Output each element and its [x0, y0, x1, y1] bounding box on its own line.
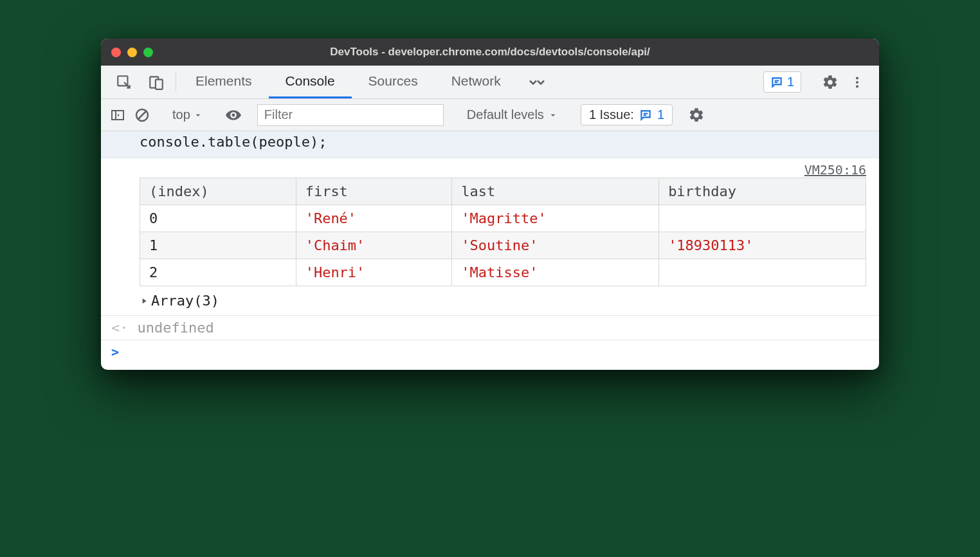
message-icon [639, 109, 652, 122]
table-cell: 1 [140, 232, 296, 259]
tab-label: Sources [368, 73, 418, 89]
tab-label: Elements [195, 73, 252, 89]
device-toolbar-icon[interactable] [146, 72, 167, 93]
svg-point-3 [856, 77, 858, 79]
chevron-right-icon: > [111, 344, 119, 360]
titlebar: DevTools - developer.chrome.com/docs/dev… [101, 39, 879, 66]
svg-point-8 [231, 113, 235, 116]
table-cell [659, 259, 866, 286]
window-title: DevTools - developer.chrome.com/docs/dev… [101, 46, 879, 59]
table-cell: 'René' [296, 205, 452, 232]
tabs-bar: Elements Console Sources Network 1 [101, 66, 879, 99]
table-cell: 'Chaim' [296, 232, 452, 259]
table-cell: '18930113' [659, 232, 866, 259]
table-header[interactable]: last [452, 178, 659, 205]
tab-sources[interactable]: Sources [352, 66, 435, 98]
console-prompt[interactable]: > [101, 340, 879, 370]
svg-point-5 [856, 85, 858, 87]
table-cell [659, 205, 866, 232]
table-cell: 'Henri' [296, 259, 452, 286]
table-header[interactable]: birthday [659, 178, 866, 205]
traffic-lights [111, 48, 153, 57]
issues-button[interactable]: 1 Issue: 1 [581, 104, 673, 125]
issues-label: 1 Issue: [589, 107, 634, 122]
settings-icon[interactable] [820, 72, 840, 93]
live-expression-icon[interactable] [223, 105, 244, 125]
return-value: undefined [138, 320, 214, 336]
maximize-window-button[interactable] [143, 48, 153, 57]
message-icon [770, 76, 783, 89]
array-expand-toggle[interactable]: Array(3) [101, 290, 879, 315]
filter-input[interactable] [257, 104, 444, 126]
table-header[interactable]: (index) [140, 178, 296, 205]
table-header[interactable]: first [296, 178, 452, 205]
tab-label: Network [451, 73, 501, 89]
minimize-window-button[interactable] [127, 48, 137, 57]
issues-count: 1 [657, 107, 664, 122]
chevron-down-icon [548, 110, 558, 120]
devtools-window: DevTools - developer.chrome.com/docs/dev… [101, 39, 879, 370]
console-input-echo: console.table(people); [101, 131, 879, 158]
toggle-sidebar-icon[interactable] [107, 105, 128, 125]
table-cell: 0 [140, 205, 296, 232]
svg-point-4 [856, 80, 858, 83]
tab-elements[interactable]: Elements [179, 66, 269, 98]
tab-label: Console [286, 73, 335, 89]
kebab-menu-icon[interactable] [847, 72, 867, 93]
tab-console[interactable]: Console [269, 66, 352, 98]
more-tabs-button[interactable] [518, 66, 556, 98]
return-arrow-icon: <· [111, 320, 129, 336]
log-levels-selector[interactable]: Default levels [458, 107, 567, 122]
context-label: top [172, 107, 190, 122]
inspect-element-icon[interactable] [114, 72, 134, 93]
tab-network[interactable]: Network [435, 66, 518, 98]
messages-count: 1 [787, 75, 794, 89]
console-table: (index) first last birthday 0 'René' 'Ma… [140, 178, 866, 286]
context-selector[interactable]: top [166, 107, 210, 122]
table-cell: 'Matisse' [452, 259, 659, 286]
clear-console-icon[interactable] [132, 105, 152, 125]
console-settings-icon[interactable] [686, 105, 707, 125]
table-cell: 'Soutine' [452, 232, 659, 259]
messages-badge[interactable]: 1 [763, 71, 801, 93]
source-link[interactable]: VM250:16 [101, 158, 879, 178]
svg-rect-2 [156, 79, 163, 89]
array-summary: Array(3) [151, 293, 219, 309]
table-cell: 2 [140, 259, 296, 286]
table-row[interactable]: 1 'Chaim' 'Soutine' '18930113' [140, 232, 866, 259]
return-value-row: <· undefined [101, 316, 879, 340]
table-row[interactable]: 0 'René' 'Magritte' [140, 205, 866, 232]
chevron-down-icon [193, 110, 203, 120]
table-row[interactable]: 2 'Henri' 'Matisse' [140, 259, 866, 286]
panel-tabs: Elements Console Sources Network [179, 66, 518, 98]
levels-label: Default levels [467, 107, 544, 122]
table-cell: 'Magritte' [452, 205, 659, 232]
console-toolbar: top Default levels 1 Issue: 1 [101, 99, 879, 131]
console-output: console.table(people); VM250:16 (index) … [101, 131, 879, 370]
close-window-button[interactable] [111, 48, 121, 57]
triangle-right-icon [140, 297, 149, 306]
